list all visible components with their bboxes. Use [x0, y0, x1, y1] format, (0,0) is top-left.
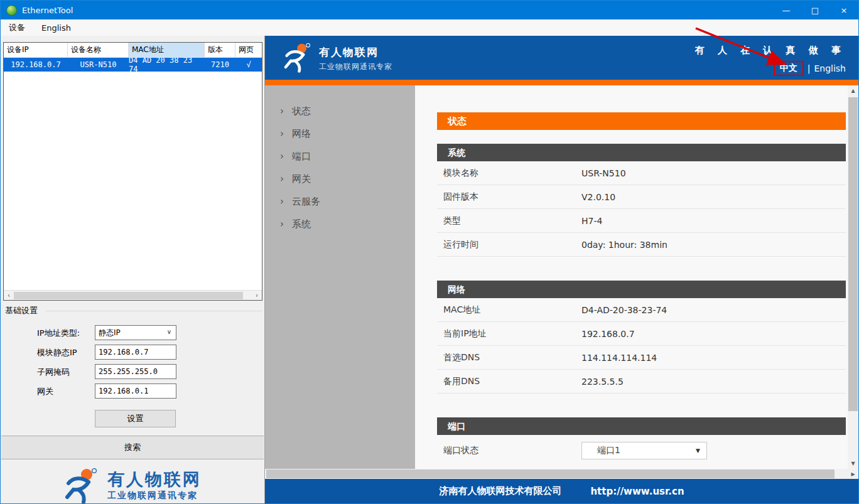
language-english-link[interactable]: English — [814, 63, 846, 73]
section-system: 系统 模块名称USR-N510 固件版本V2.0.10 类型H7-4 运行时间0… — [437, 144, 846, 257]
header-motto: 有 人 在 认 真 做 事 — [695, 45, 846, 56]
gateway-label: 网关 — [37, 386, 53, 397]
vertical-scrollbar[interactable]: ▲ ▼ — [848, 85, 858, 469]
chevron-right-icon: › — [280, 218, 284, 230]
set-button[interactable]: 设置 — [95, 410, 176, 427]
brand-slogan: 工业物联网通讯专家 — [107, 490, 202, 501]
menu-english[interactable]: English — [33, 19, 79, 36]
sidebar-item-port[interactable]: ›端口 — [265, 145, 415, 168]
language-chinese-link[interactable]: 中文 — [774, 61, 804, 76]
web-sidebar-nav: ›状态 ›网络 ›端口 ›网关 ›云服务 ›系统 — [265, 85, 415, 469]
usr-logo: 有人物联网 工业物联网通讯专家 — [1, 466, 264, 504]
static-ip-field[interactable]: 192.168.0.7 — [95, 345, 176, 360]
cell-device-ip: 192.168.0.7 — [4, 58, 68, 72]
section-port-header: 端口 — [437, 417, 846, 435]
table-row: 类型H7-4 — [437, 209, 846, 233]
web-body: ›状态 ›网络 ›端口 ›网关 ›云服务 ›系统 状态 系统 模块名称USR-N… — [265, 85, 858, 469]
page-title: 状态 — [437, 112, 846, 130]
scroll-up-icon[interactable]: ▲ — [848, 85, 858, 96]
section-system-header: 系统 — [437, 144, 846, 161]
section-network-header: 网络 — [437, 281, 846, 298]
footer-url-link[interactable]: http://www.usr.cn — [590, 486, 684, 497]
footer-company: 济南有人物联网技术有限公司 — [439, 485, 561, 497]
column-header-version[interactable]: 版本 — [205, 43, 235, 57]
cell-device-version: 7210 — [205, 58, 235, 72]
language-switcher: 中文 | English — [695, 61, 846, 76]
minimize-button[interactable]: — — [772, 1, 801, 19]
usr-runner-icon-white — [283, 43, 313, 73]
chevron-right-icon: › — [280, 151, 284, 162]
device-list-header: 设备IP 设备名称 MAC地址 版本 网页 — [4, 43, 262, 58]
maximize-button[interactable]: □ — [801, 1, 829, 19]
section-port: 端口 端口状态 端口1 ▼ — [437, 417, 846, 466]
select-down-icon: ▼ — [696, 448, 700, 454]
hscroll-thumb[interactable] — [266, 469, 835, 478]
cell-device-mac: D4 AD 20 38 23 74 — [129, 58, 205, 72]
column-header-web[interactable]: 网页 — [235, 43, 262, 57]
table-row: 备用DNS223.5.5.5 — [437, 370, 846, 394]
subnet-mask-field[interactable]: 255.255.255.0 — [95, 364, 176, 379]
sidebar-item-cloud[interactable]: ›云服务 — [265, 190, 415, 213]
ip-type-value: 静态IP — [99, 328, 121, 338]
window-controls: — □ × — [772, 1, 858, 19]
device-list-hscrollbar[interactable]: ‹ › — [4, 290, 262, 300]
web-footer: 济南有人物联网技术有限公司 http://www.usr.cn — [265, 479, 858, 503]
table-row[interactable]: 192.168.0.7 USR-N510 D4 AD 20 38 23 74 7… — [4, 58, 262, 72]
scroll-right-icon[interactable]: › — [252, 292, 262, 299]
app-window: EthernetTool — □ × 设备 English 设备IP 设备名称 … — [0, 0, 859, 504]
ip-type-select[interactable]: 静态IP ∨ — [95, 325, 176, 340]
header-accent-bar — [265, 80, 858, 85]
port-select[interactable]: 端口1 ▼ — [581, 442, 707, 459]
device-panel: 设备IP 设备名称 MAC地址 版本 网页 192.168.0.7 USR-N5… — [1, 36, 265, 503]
cell-device-web-check: √ — [235, 58, 262, 72]
subnet-mask-label: 子网掩码 — [37, 367, 70, 378]
column-header-ip[interactable]: 设备IP — [4, 43, 68, 57]
sidebar-item-system[interactable]: ›系统 — [265, 213, 415, 235]
scroll-right-icon[interactable]: ▶ — [848, 471, 858, 477]
table-row: 固件版本V2.0.10 — [437, 185, 846, 209]
vscroll-thumb[interactable] — [848, 97, 858, 411]
ip-type-label: IP地址类型: — [37, 328, 80, 339]
cell-device-name: USR-N510 — [68, 58, 129, 72]
chevron-down-icon: ∨ — [167, 328, 171, 335]
app-icon — [6, 5, 17, 16]
scroll-down-icon[interactable]: ▼ — [848, 458, 858, 469]
chevron-right-icon: › — [280, 128, 284, 139]
table-row: 端口状态 端口1 ▼ — [437, 435, 846, 466]
usr-runner-icon — [63, 468, 100, 503]
hscroll-thumb[interactable] — [14, 292, 243, 299]
web-brand-name: 有人物联网 — [319, 45, 379, 60]
device-list: 设备IP 设备名称 MAC地址 版本 网页 192.168.0.7 USR-N5… — [3, 42, 262, 301]
table-row: MAC地址D4-AD-20-38-23-74 — [437, 298, 846, 322]
menu-bar: 设备 English — [1, 19, 858, 36]
web-brand-slogan: 工业物联网通讯专家 — [319, 62, 392, 72]
search-button[interactable]: 搜索 — [1, 436, 264, 459]
sidebar-item-status[interactable]: ›状态 — [265, 100, 415, 122]
static-ip-label: 模块静态IP — [37, 347, 77, 358]
column-header-name[interactable]: 设备名称 — [68, 43, 129, 57]
section-network: 网络 MAC地址D4-AD-20-38-23-74 当前IP地址192.168.… — [437, 281, 846, 394]
group-divider — [46, 311, 262, 311]
gateway-field[interactable]: 192.168.0.1 — [95, 383, 176, 399]
table-row: 运行时间0day: 1hour: 38min — [437, 233, 846, 257]
table-row: 首选DNS114.114.114.114 — [437, 346, 846, 370]
chevron-right-icon: › — [280, 173, 284, 185]
sidebar-item-gateway[interactable]: ›网关 — [265, 168, 415, 190]
basic-settings-title: 基础设置 — [5, 305, 38, 316]
table-row: 当前IP地址192.168.0.7 — [437, 322, 846, 346]
close-button[interactable]: × — [829, 1, 858, 19]
web-view: 有人物联网 工业物联网通讯专家 有 人 在 认 真 做 事 中文 | Engli… — [265, 36, 858, 503]
sidebar-item-network[interactable]: ›网络 — [265, 122, 415, 145]
web-content: 状态 系统 模块名称USR-N510 固件版本V2.0.10 类型H7-4 运行… — [415, 85, 848, 469]
horizontal-scrollbar[interactable]: ▶ — [265, 469, 858, 479]
chevron-right-icon: › — [280, 105, 284, 117]
port-status-label: 端口状态 — [437, 445, 581, 456]
table-row: 模块名称USR-N510 — [437, 161, 846, 185]
web-header: 有人物联网 工业物联网通讯专家 有 人 在 认 真 做 事 中文 | Engli… — [265, 36, 858, 80]
title-bar: EthernetTool — □ × — [1, 1, 858, 19]
scroll-left-icon[interactable]: ‹ — [4, 292, 14, 299]
port-select-value: 端口1 — [597, 445, 620, 456]
column-header-mac[interactable]: MAC地址 — [129, 43, 205, 57]
brand-name: 有人物联网 — [107, 470, 202, 489]
menu-device[interactable]: 设备 — [1, 19, 33, 36]
